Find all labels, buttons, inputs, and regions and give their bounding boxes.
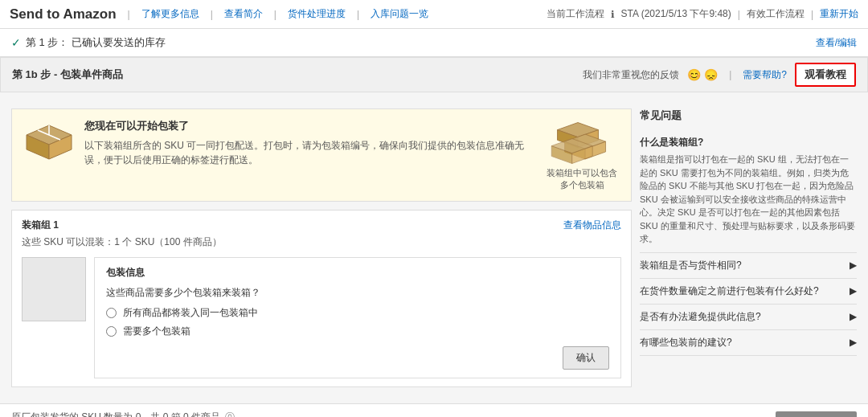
faq-item-3[interactable]: 是否有办法避免提供此信息? ▶	[640, 305, 857, 330]
left-content: 您现在可以开始包装了 以下装箱组所含的 SKU 可一同打包配送。打包时，请为包装…	[11, 108, 632, 395]
step1-check: ✓	[11, 36, 21, 49]
radio-input-option2[interactable]	[106, 326, 117, 337]
workflow-value: STA (2021/5/13 下午9:48)	[621, 7, 731, 21]
watch-tutorial-button[interactable]: 观看教程	[795, 63, 856, 87]
bottom-line1: 原厂包装发货的 SKU 数量为 0，共 0 箱 0 件商品	[11, 411, 220, 417]
workflow-label: 当前工作流程	[547, 7, 604, 21]
box-group-icon-wrap: 装箱组中可以包含多个包装箱	[546, 119, 618, 191]
box-icon	[25, 122, 73, 163]
feedback-label: 我们非常重视您的反馈	[583, 68, 679, 82]
packing-question: 这些商品需要多少个包装箱来装箱？	[106, 286, 609, 300]
header-link-intro[interactable]: 查看简介	[224, 7, 263, 21]
header-link-progress[interactable]: 货件处理进度	[288, 7, 346, 21]
feedback-icons: 😊 😞	[687, 68, 718, 81]
packing-title: 包装信息	[106, 266, 609, 280]
radio-label-option1: 所有商品都将装入同一包装箱中	[123, 306, 258, 320]
radio-input-option1[interactable]	[106, 308, 117, 318]
radio-option2[interactable]: 需要多个包装箱	[106, 325, 609, 338]
header-right: 当前工作流程 ℹ STA (2021/5/13 下午9:48) | 有效工作流程…	[547, 7, 858, 21]
header-title: Send to Amazon	[10, 6, 117, 22]
bottom-info: 原厂包装发货的 SKU 数量为 0，共 0 箱 0 件商品 ⓪ 这些 SKU 的…	[0, 403, 868, 417]
faq-question-4: 有哪些包装前的建议?	[640, 336, 732, 350]
faq-item-1[interactable]: 装箱组是否与货件相同? ▶	[640, 253, 857, 279]
bottom-info-lines: 原厂包装发货的 SKU 数量为 0，共 0 箱 0 件商品 ⓪ 这些 SKU 的…	[11, 411, 769, 417]
info-text: 您现在可以开始包装了 以下装箱组所含的 SKU 可一同打包配送。打包时，请为包装…	[84, 119, 534, 167]
feedback-sad-icon[interactable]: 😞	[704, 68, 718, 81]
confirm-proceed-button[interactable]: 确认并继续	[776, 411, 857, 418]
sku-group: 装箱组 1 查看物品信息 这些 SKU 可以混装：1 个 SKU（100 件商品…	[11, 210, 632, 387]
step1-label: 第 1 步： 已确认要发送的库存	[26, 35, 166, 50]
step1b-right: 我们非常重视您的反馈 😊 😞 | 需要帮助? 观看教程	[583, 63, 856, 87]
sku-group-header: 装箱组 1 查看物品信息	[22, 219, 621, 232]
step1-bar: ✓ 第 1 步： 已确认要发送的库存 查看/编辑	[0, 29, 868, 57]
workflow-info-icon: ℹ	[611, 9, 615, 20]
faq-arrow-4: ▶	[850, 337, 857, 348]
faq-item-0-main: 什么是装箱组? 装箱组是指可以打包在一起的 SKU 组，无法打包在一起的 SKU…	[640, 136, 857, 246]
box-group-label: 装箱组中可以包含多个包装箱	[546, 167, 618, 191]
step1-left: ✓ 第 1 步： 已确认要发送的库存	[11, 35, 166, 50]
sku-image	[22, 257, 86, 321]
bottom-info-row: 原厂包装发货的 SKU 数量为 0，共 0 箱 0 件商品 ⓪ 这些 SKU 的…	[11, 411, 857, 417]
header-link-issues[interactable]: 入库问题一览	[371, 7, 428, 21]
faq-item-2[interactable]: 在货件数量确定之前进行包装有什么好处? ▶	[640, 279, 857, 305]
faq-item-0[interactable]: 什么是装箱组? 装箱组是指可以打包在一起的 SKU 组，无法打包在一起的 SKU…	[640, 129, 857, 253]
faq-question-2: 在货件数量确定之前进行包装有什么好处?	[640, 284, 819, 298]
faq-question-1: 装箱组是否与货件相同?	[640, 259, 742, 272]
effective-workflow-label: 有效工作流程	[747, 7, 805, 21]
sku-group-link[interactable]: 查看物品信息	[563, 219, 621, 232]
sku-group-title: 装箱组 1	[22, 219, 59, 232]
radio-option1[interactable]: 所有商品都将装入同一包装箱中	[106, 306, 609, 320]
step1b-header: 第 1b 步 - 包装单件商品 我们非常重视您的反馈 😊 😞 | 需要帮助? 观…	[0, 57, 868, 92]
bottom-info-icon[interactable]: ⓪	[225, 411, 235, 417]
main-content: 您现在可以开始包装了 以下装箱组所含的 SKU 可一同打包配送。打包时，请为包装…	[0, 100, 868, 403]
header: Send to Amazon | 了解更多信息 | 查看简介 | 货件处理进度 …	[0, 0, 868, 29]
info-body: 以下装箱组所含的 SKU 可一同打包配送。打包时，请为包装箱编号，确保向我们提供…	[84, 138, 534, 167]
packing-info: 包装信息 这些商品需要多少个包装箱来装箱？ 所有商品都将装入同一包装箱中 需要多…	[94, 257, 621, 378]
faq-arrow-3: ▶	[850, 311, 857, 322]
sku-row: 包装信息 这些商品需要多少个包装箱来装箱？ 所有商品都将装入同一包装箱中 需要多…	[22, 257, 621, 378]
help-link[interactable]: 需要帮助?	[743, 68, 787, 82]
feedback-happy-icon[interactable]: 😊	[687, 68, 701, 81]
sku-group-desc: 这些 SKU 可以混装：1 个 SKU（100 件商品）	[22, 235, 621, 249]
packing-confirm-button[interactable]: 确认	[563, 346, 609, 370]
restart-link[interactable]: 重新开始	[820, 7, 858, 21]
step1-edit-link[interactable]: 查看/编辑	[816, 37, 857, 48]
faq-question-0: 什么是装箱组?	[640, 136, 857, 149]
faq-question-3: 是否有办法避免提供此信息?	[640, 310, 761, 324]
confirm-btn-wrap: 确认	[106, 346, 609, 370]
step1b-title: 第 1b 步 - 包装单件商品	[12, 67, 123, 82]
header-link-info[interactable]: 了解更多信息	[141, 7, 199, 21]
content-row: 您现在可以开始包装了 以下装箱组所含的 SKU 可一同打包配送。打包时，请为包装…	[11, 108, 857, 395]
info-heading: 您现在可以开始包装了	[84, 119, 534, 133]
faq-title: 常见问题	[640, 108, 857, 123]
faq-answer-0: 装箱组是指可以打包在一起的 SKU 组，无法打包在一起的 SKU 需要打包为不同…	[640, 153, 857, 246]
faq-item-4[interactable]: 有哪些包装前的建议? ▶	[640, 330, 857, 356]
header-divider: |	[128, 9, 130, 20]
right-faq: 常见问题 什么是装箱组? 装箱组是指可以打包在一起的 SKU 组，无法打包在一起…	[640, 108, 857, 395]
box-group-visual	[546, 119, 610, 167]
step1-right[interactable]: 查看/编辑	[816, 36, 857, 50]
info-box: 您现在可以开始包装了 以下装箱组所含的 SKU 可一同打包配送。打包时，请为包装…	[11, 108, 632, 202]
faq-arrow-1: ▶	[850, 260, 857, 271]
faq-arrow-2: ▶	[850, 285, 857, 296]
radio-label-option2: 需要多个包装箱	[123, 325, 190, 338]
